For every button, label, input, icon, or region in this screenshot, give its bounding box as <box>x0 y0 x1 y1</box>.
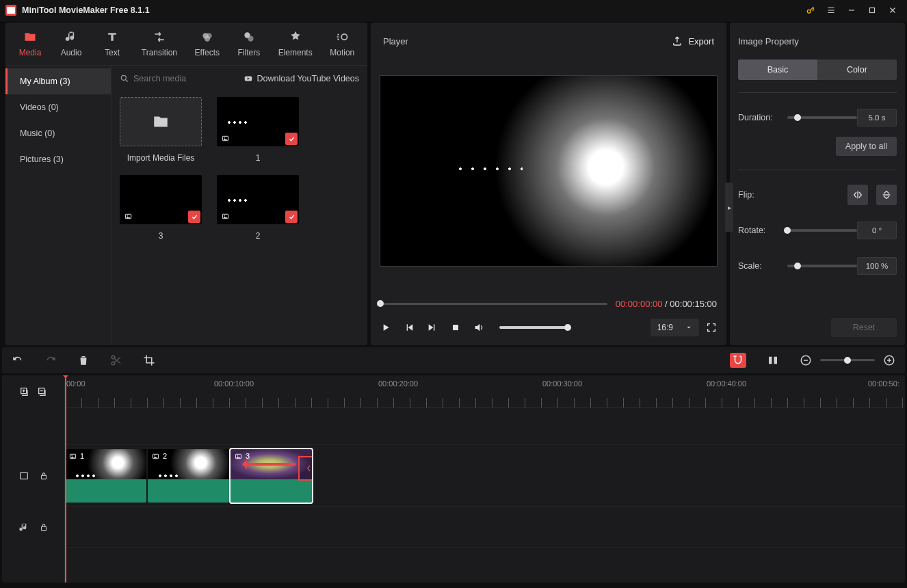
search-icon <box>120 74 129 83</box>
player-panel: Player Export 00:00:00:00 / 00:00:15:00 <box>371 23 726 345</box>
text-track-head <box>2 408 64 445</box>
svg-rect-2 <box>870 8 875 12</box>
svg-rect-28 <box>41 526 46 530</box>
seek-slider[interactable] <box>380 303 607 306</box>
timeline-clip[interactable]: 1 <box>65 449 146 503</box>
fullscreen-button[interactable] <box>706 322 717 333</box>
props-tab-group: Basic Color <box>738 59 897 80</box>
undo-button[interactable] <box>12 354 24 366</box>
download-youtube-link[interactable]: Download YouTube Videos <box>244 74 359 83</box>
sidebar-item-album[interactable]: My Album (3) <box>5 68 111 94</box>
svg-rect-0 <box>7 7 15 14</box>
app-logo <box>5 5 16 16</box>
clip-trim-handle[interactable] <box>298 456 312 481</box>
flip-horizontal-button[interactable] <box>847 185 868 205</box>
minimize-button[interactable] <box>841 0 862 21</box>
reset-button[interactable]: Reset <box>831 318 897 337</box>
audio-track[interactable] <box>65 507 905 548</box>
chevron-down-icon <box>685 324 692 331</box>
maximize-button[interactable] <box>862 0 882 21</box>
tab-media[interactable]: Media <box>10 23 51 65</box>
next-frame-button[interactable] <box>427 322 438 333</box>
zoom-slider[interactable] <box>820 359 875 362</box>
svg-point-9 <box>121 75 126 80</box>
scale-value[interactable]: 100 % <box>857 257 897 275</box>
timeline: 00:00 00:00:10:00 00:00:20:00 00:00:30:0… <box>2 375 905 583</box>
timeline-ruler[interactable]: 00:00 00:00:10:00 00:00:20:00 00:00:30:0… <box>65 375 905 408</box>
duration-slider[interactable] <box>787 116 857 119</box>
download-icon <box>244 74 253 83</box>
image-type-icon <box>220 211 231 222</box>
tab-elements[interactable]: Elements <box>270 23 321 65</box>
sidebar-item-music[interactable]: Music (0) <box>5 120 111 146</box>
zoom-out-button[interactable] <box>800 354 812 366</box>
upgrade-key-icon[interactable] <box>800 0 821 21</box>
tab-transition[interactable]: Transition <box>133 23 186 65</box>
tab-filters[interactable]: Filters <box>228 23 270 65</box>
volume-slider[interactable] <box>499 326 568 329</box>
image-type-icon <box>122 211 133 222</box>
media-item[interactable]: 3 <box>120 175 202 241</box>
remove-track-button[interactable] <box>37 386 48 397</box>
tab-audio[interactable]: Audio <box>51 23 92 65</box>
library-sidebar: My Album (3) Videos (0) Music (0) Pictur… <box>5 66 111 345</box>
audio-track-head <box>2 507 64 548</box>
playhead[interactable] <box>65 375 66 583</box>
duration-label: Duration: <box>738 113 787 122</box>
svg-point-14 <box>127 215 127 215</box>
media-item[interactable]: 2 <box>217 175 299 241</box>
volume-button[interactable] <box>473 322 484 333</box>
delete-button[interactable] <box>77 354 90 366</box>
props-tab-basic[interactable]: Basic <box>738 59 817 80</box>
timeline-clip[interactable]: 3 <box>231 449 312 503</box>
text-track[interactable] <box>65 408 905 445</box>
image-type-icon <box>220 133 231 144</box>
apply-to-all-button[interactable]: Apply to all <box>836 137 897 156</box>
rotate-value[interactable]: 0 ° <box>857 222 897 239</box>
titlebar: MiniTool MovieMaker Free 8.1.1 <box>0 0 907 21</box>
properties-panel: ▸ Image Property Basic Color Duration: 5… <box>730 23 905 345</box>
check-icon <box>188 211 200 223</box>
scale-slider[interactable] <box>787 265 857 267</box>
play-button[interactable] <box>380 322 391 333</box>
export-button[interactable]: Export <box>672 36 714 46</box>
tab-text[interactable]: Text <box>92 23 133 65</box>
duration-value[interactable]: 5.0 s <box>857 109 897 126</box>
close-button[interactable] <box>882 0 903 21</box>
rotate-slider[interactable] <box>787 229 857 232</box>
crop-button[interactable] <box>143 354 155 366</box>
stop-button[interactable] <box>450 322 461 333</box>
sidebar-item-videos[interactable]: Videos (0) <box>5 94 111 120</box>
redo-button[interactable] <box>44 354 57 366</box>
library-tabs: Media Audio Text Transition Effects Filt… <box>5 23 367 66</box>
props-tab-color[interactable]: Color <box>817 59 897 80</box>
split-button[interactable] <box>110 354 122 366</box>
svg-point-12 <box>224 137 224 137</box>
svg-point-32 <box>154 455 155 455</box>
add-track-button[interactable] <box>19 386 30 397</box>
media-item[interactable]: 1 <box>217 97 299 163</box>
zoom-in-button[interactable] <box>883 354 895 366</box>
svg-point-34 <box>237 455 237 455</box>
prev-frame-button[interactable] <box>404 322 415 333</box>
track-view-toggle[interactable] <box>767 354 779 366</box>
lock-icon[interactable] <box>39 471 49 481</box>
collapse-panel-handle[interactable]: ▸ <box>725 183 733 232</box>
tab-motion[interactable]: Motion <box>321 23 363 65</box>
lock-icon[interactable] <box>39 522 49 532</box>
sidebar-item-pictures[interactable]: Pictures (3) <box>5 146 111 172</box>
import-media-tile[interactable]: Import Media Files <box>120 97 202 163</box>
tab-effects[interactable]: Effects <box>186 23 228 65</box>
video-track[interactable]: 123 <box>65 445 905 507</box>
aspect-ratio-select[interactable]: 16:9 <box>650 319 699 336</box>
flip-vertical-button[interactable] <box>876 185 897 205</box>
menu-icon[interactable] <box>821 0 841 21</box>
snap-toggle[interactable] <box>730 353 746 368</box>
preview-viewport[interactable] <box>380 75 718 267</box>
properties-title: Image Property <box>738 23 897 59</box>
svg-point-1 <box>807 10 811 13</box>
timeline-clip[interactable]: 2 <box>148 449 229 503</box>
svg-rect-27 <box>41 475 46 479</box>
search-input[interactable] <box>120 74 238 83</box>
rotate-label: Rotate: <box>738 226 787 235</box>
